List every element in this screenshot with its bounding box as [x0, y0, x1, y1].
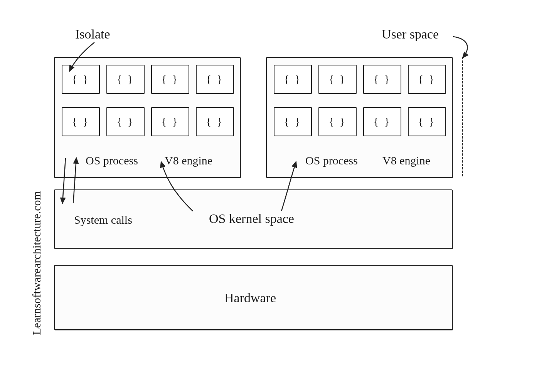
hardware-label: Hardware — [224, 291, 276, 305]
hardware-box: Hardware — [54, 265, 453, 330]
arrow-user-space — [453, 37, 467, 58]
isolate-box: { } — [408, 65, 446, 94]
os-process-label: OS process — [86, 154, 138, 167]
isolate-box: { } — [151, 107, 189, 136]
isolate-box: { } — [106, 107, 145, 136]
diagram-canvas: Learnsoftwarearchitecture.com Isolate Us… — [0, 0, 554, 392]
isolate-box: { } — [62, 107, 100, 136]
isolate-box: { } — [408, 107, 446, 136]
watermark-text: Learnsoftwarearchitecture.com — [30, 191, 43, 335]
isolate-box: { } — [318, 65, 357, 94]
v8-engine-label: V8 engine — [165, 154, 212, 167]
os-process-label: OS process — [305, 154, 358, 167]
system-calls-label: System calls — [74, 213, 132, 226]
os-kernel-box: System calls OS kernel space — [54, 189, 453, 249]
process-box-2: { } { } { } { } { } { } { } { } OS proce… — [266, 57, 453, 178]
isolate-box: { } — [274, 65, 312, 94]
isolate-heading: Isolate — [75, 27, 110, 42]
isolate-box: { } — [106, 65, 145, 94]
isolate-box: { } — [196, 65, 234, 94]
isolate-box: { } — [196, 107, 234, 136]
isolate-box: { } — [363, 65, 401, 94]
os-kernel-label: OS kernel space — [209, 211, 294, 226]
v8-engine-label: V8 engine — [382, 154, 430, 167]
isolate-box: { } — [62, 65, 100, 94]
user-space-heading: User space — [382, 27, 439, 42]
isolate-box: { } — [318, 107, 357, 136]
isolate-box: { } — [274, 107, 312, 136]
process-box-1: { } { } { } { } { } { } { } { } OS proce… — [54, 57, 241, 178]
isolate-box: { } — [151, 65, 189, 94]
continuation-dashed-line — [462, 57, 463, 176]
isolate-box: { } — [363, 107, 401, 136]
